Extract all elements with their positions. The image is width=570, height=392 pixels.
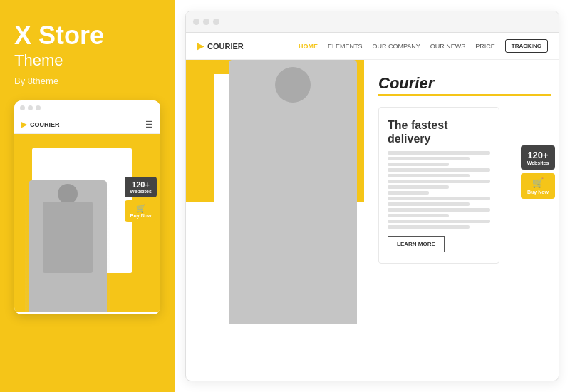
content-card: The fastest delivery: [378, 107, 499, 264]
card-text-line-11: [388, 208, 490, 212]
card-text-line-6: [388, 180, 490, 183]
card-text-line-4: [388, 168, 490, 172]
mobile-logo-arrow-icon: ▶: [21, 120, 27, 128]
mobile-dot-1: [20, 105, 25, 110]
website-nav-links: HOME ELEMENTS OUR COMPANY OUR NEWS PRICE…: [299, 39, 548, 53]
website-nav: ▶ COURIER HOME ELEMENTS OUR COMPANY OUR …: [186, 33, 559, 60]
nav-link-elements[interactable]: ELEMENTS: [328, 43, 363, 50]
website-person-silhouette: [229, 60, 357, 324]
left-panel: X Store Theme By 8theme ▶ COURIER ☰: [0, 0, 175, 392]
mobile-badge-120-label: Websites: [129, 189, 152, 194]
mobile-mockup: ▶ COURIER ☰ 120+ Websites 🛒 Buy Now: [14, 100, 160, 314]
website-right-section: Courier The fastest delivery: [371, 60, 559, 381]
mobile-cart-icon: 🛒: [136, 204, 146, 213]
browser-dot-3: [213, 19, 219, 25]
nav-link-home[interactable]: HOME: [299, 43, 318, 50]
card-text-line-8: [388, 191, 429, 195]
app-title: X Store: [14, 21, 160, 50]
right-badges-group: 120+ Websites 🛒 Buy Now: [521, 145, 555, 199]
browser-top-bar: [186, 11, 559, 33]
card-text-line-7: [388, 185, 449, 189]
mobile-dot-2: [28, 105, 33, 110]
mobile-nav: ▶ COURIER ☰: [14, 116, 160, 134]
nav-tracking-button[interactable]: TRACKING: [505, 39, 548, 53]
right-panel: ▶ COURIER HOME ELEMENTS OUR COMPANY OUR …: [175, 0, 570, 392]
right-badge-number: 120+: [526, 150, 550, 160]
right-buy-label: Buy Now: [527, 190, 549, 195]
card-text-line-14: [388, 225, 470, 229]
website-courier-heading: Courier: [378, 74, 551, 96]
card-text-line-5: [388, 174, 470, 177]
browser-dot-1: [193, 19, 200, 25]
nav-link-price[interactable]: PRICE: [475, 43, 495, 50]
right-badge-label: Websites: [527, 160, 549, 165]
by-text: By 8theme: [14, 76, 160, 86]
app-subtitle: Theme: [14, 51, 160, 70]
website-content: Courier The fastest delivery: [186, 60, 559, 381]
mobile-hamburger-icon[interactable]: ☰: [145, 120, 153, 130]
card-text-line-3: [388, 163, 449, 166]
card-text-line-12: [388, 214, 449, 217]
mobile-logo-text: COURIER: [30, 121, 60, 128]
mobile-badge-buy[interactable]: 🛒 Buy Now: [125, 200, 157, 222]
card-text-line-13: [388, 220, 490, 223]
website-left-section: [186, 60, 371, 381]
right-badge-120[interactable]: 120+ Websites: [521, 145, 555, 170]
mobile-badge-120[interactable]: 120+ Websites: [125, 177, 157, 197]
mobile-dot-3: [36, 105, 41, 110]
website-nav-logo-text: COURIER: [207, 42, 244, 51]
mobile-person-image: [25, 177, 110, 312]
mobile-content-area: 120+ Websites 🛒 Buy Now: [14, 134, 160, 312]
card-text-line-2: [388, 157, 470, 160]
card-title: The fastest delivery: [388, 118, 490, 145]
card-text-line-1: [388, 151, 490, 155]
website-person-container: [229, 60, 371, 331]
right-cart-icon: 🛒: [532, 177, 544, 188]
mobile-nav-logo: ▶ COURIER: [21, 120, 60, 128]
nav-link-our-company[interactable]: OUR COMPANY: [372, 43, 420, 50]
card-text-line-9: [388, 197, 490, 200]
learn-more-button[interactable]: LEARN MORE: [388, 236, 445, 252]
app-title-block: X Store Theme By 8theme: [14, 21, 160, 86]
browser-mockup: ▶ COURIER HOME ELEMENTS OUR COMPANY OUR …: [185, 11, 559, 381]
mobile-badge-120-number: 120+: [129, 180, 152, 189]
mobile-badge-group: 120+ Websites 🛒 Buy Now: [125, 177, 157, 222]
right-badge-buy[interactable]: 🛒 Buy Now: [521, 173, 555, 199]
mobile-top-bar: [14, 100, 160, 116]
browser-dot-2: [203, 19, 209, 25]
card-text-line-10: [388, 202, 470, 206]
mobile-person-silhouette: [28, 180, 107, 312]
website-nav-logo: ▶ COURIER: [197, 41, 244, 51]
nav-logo-arrow-icon: ▶: [197, 41, 204, 51]
card-text-lines: [388, 151, 490, 229]
mobile-badge-buy-label: Buy Now: [130, 213, 152, 218]
nav-link-our-news[interactable]: OUR NEWS: [430, 43, 466, 50]
